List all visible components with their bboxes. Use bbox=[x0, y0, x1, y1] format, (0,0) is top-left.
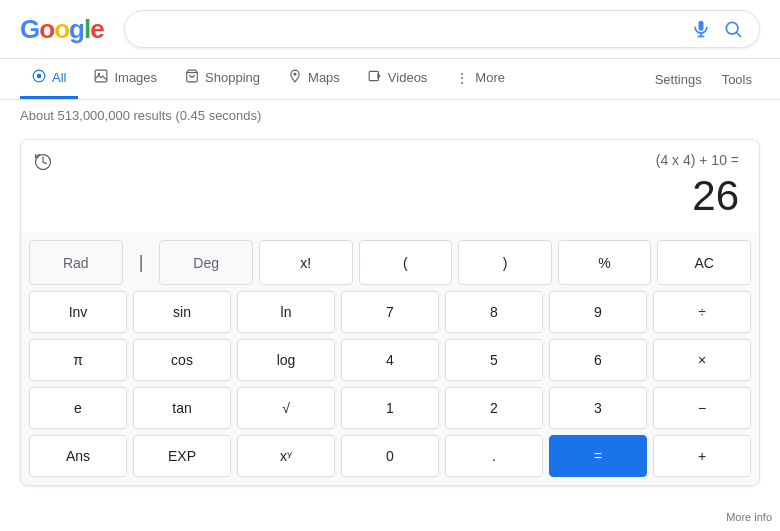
header: Google 4x4+10 bbox=[0, 0, 780, 59]
tab-shopping-label: Shopping bbox=[205, 70, 260, 85]
tab-shopping[interactable]: Shopping bbox=[173, 59, 272, 99]
more-icon: ⋮ bbox=[455, 70, 469, 86]
search-icons bbox=[691, 19, 743, 39]
calc-row-2: πcoslog456× bbox=[29, 339, 751, 381]
calc-btn-_[interactable]: + bbox=[653, 435, 751, 477]
google-logo: Google bbox=[20, 14, 104, 45]
shopping-icon bbox=[185, 69, 199, 86]
images-icon bbox=[94, 69, 108, 86]
calculator-card: (4 x 4) + 10 = 26 Rad|Degx!()%ACInvsinln… bbox=[20, 139, 760, 486]
calc-row-0: Rad|Degx!()%AC bbox=[29, 240, 751, 285]
calc-btn-AC[interactable]: AC bbox=[657, 240, 751, 285]
calc-btn-_[interactable]: √ bbox=[237, 387, 335, 429]
settings-tools: Settings Tools bbox=[647, 62, 760, 97]
calc-display: (4 x 4) + 10 = 26 bbox=[21, 140, 759, 232]
svg-point-6 bbox=[37, 74, 42, 79]
calc-btn-ln[interactable]: ln bbox=[237, 291, 335, 333]
calc-btn-9[interactable]: 9 bbox=[549, 291, 647, 333]
calc-btn-5[interactable]: 5 bbox=[445, 339, 543, 381]
svg-point-8 bbox=[98, 73, 100, 75]
maps-icon bbox=[288, 69, 302, 86]
tab-videos[interactable]: Videos bbox=[356, 59, 440, 99]
logo-letter-g2: g bbox=[69, 14, 84, 45]
calc-btn-0[interactable]: 0 bbox=[341, 435, 439, 477]
calc-btn-Deg[interactable]: Deg bbox=[159, 240, 253, 285]
calc-btn-e[interactable]: e bbox=[29, 387, 127, 429]
tab-more-label: More bbox=[475, 70, 505, 85]
svg-marker-12 bbox=[377, 73, 381, 79]
search-bar: 4x4+10 bbox=[124, 10, 760, 48]
calc-btn-_[interactable]: . bbox=[445, 435, 543, 477]
calc-btn-Ans[interactable]: Ans bbox=[29, 435, 127, 477]
tab-images-label: Images bbox=[114, 70, 157, 85]
calc-btn-4[interactable]: 4 bbox=[341, 339, 439, 381]
calc-btn-x_[interactable]: x! bbox=[259, 240, 353, 285]
search-submit-icon[interactable] bbox=[723, 19, 743, 39]
search-input[interactable]: 4x4+10 bbox=[141, 20, 681, 38]
calc-btn-3[interactable]: 3 bbox=[549, 387, 647, 429]
calc-btn-x_[interactable]: xʸ bbox=[237, 435, 335, 477]
calc-btn-Rad[interactable]: Rad bbox=[29, 240, 123, 285]
logo-letter-e: e bbox=[90, 14, 103, 45]
microphone-icon[interactable] bbox=[691, 19, 711, 39]
settings-link[interactable]: Settings bbox=[647, 62, 710, 97]
calc-btn-_[interactable]: | bbox=[129, 240, 154, 285]
tools-link[interactable]: Tools bbox=[714, 62, 760, 97]
calc-btn-log[interactable]: log bbox=[237, 339, 335, 381]
calc-btn-6[interactable]: 6 bbox=[549, 339, 647, 381]
calc-btn-_[interactable]: ÷ bbox=[653, 291, 751, 333]
calc-btn-EXP[interactable]: EXP bbox=[133, 435, 231, 477]
svg-point-10 bbox=[294, 73, 297, 76]
calc-btn-_[interactable]: − bbox=[653, 387, 751, 429]
calc-btn-7[interactable]: 7 bbox=[341, 291, 439, 333]
svg-rect-0 bbox=[699, 21, 704, 31]
results-count: About 513,000,000 results (0.45 seconds) bbox=[20, 108, 261, 123]
tab-videos-label: Videos bbox=[388, 70, 428, 85]
calc-btn-1[interactable]: 1 bbox=[341, 387, 439, 429]
calc-btn-_[interactable]: ) bbox=[458, 240, 552, 285]
more-info: More info bbox=[726, 511, 772, 523]
results-info: About 513,000,000 results (0.45 seconds) bbox=[0, 100, 780, 131]
calc-row-3: etan√123− bbox=[29, 387, 751, 429]
calc-btn-Inv[interactable]: Inv bbox=[29, 291, 127, 333]
tab-more[interactable]: ⋮ More bbox=[443, 60, 517, 99]
videos-icon bbox=[368, 69, 382, 86]
nav-tabs: All Images Shopping Maps Videos ⋮ More S… bbox=[0, 59, 780, 100]
tab-maps[interactable]: Maps bbox=[276, 59, 352, 99]
calc-result: 26 bbox=[37, 172, 743, 220]
svg-rect-7 bbox=[96, 70, 108, 82]
calc-btn-_[interactable]: % bbox=[558, 240, 652, 285]
all-icon bbox=[32, 69, 46, 86]
calc-btn-8[interactable]: 8 bbox=[445, 291, 543, 333]
calc-row-4: AnsEXPxʸ0.=+ bbox=[29, 435, 751, 477]
tab-images[interactable]: Images bbox=[82, 59, 169, 99]
calc-btn-_[interactable]: = bbox=[549, 435, 647, 477]
calc-buttons: Rad|Degx!()%ACInvsinln789÷πcoslog456×eta… bbox=[21, 232, 759, 485]
svg-line-4 bbox=[737, 33, 741, 37]
logo-letter-o2: o bbox=[54, 14, 69, 45]
history-icon[interactable] bbox=[33, 152, 53, 177]
tab-all-label: All bbox=[52, 70, 66, 85]
calc-expression: (4 x 4) + 10 = bbox=[37, 152, 743, 168]
tab-all[interactable]: All bbox=[20, 59, 78, 99]
calc-row-1: Invsinln789÷ bbox=[29, 291, 751, 333]
calc-btn-sin[interactable]: sin bbox=[133, 291, 231, 333]
calc-btn-_[interactable]: × bbox=[653, 339, 751, 381]
calc-btn-2[interactable]: 2 bbox=[445, 387, 543, 429]
logo-letter-o1: o bbox=[39, 14, 54, 45]
calc-btn-_[interactable]: π bbox=[29, 339, 127, 381]
logo-letter-g: G bbox=[20, 14, 39, 45]
calc-btn-_[interactable]: ( bbox=[359, 240, 453, 285]
tab-maps-label: Maps bbox=[308, 70, 340, 85]
svg-rect-11 bbox=[369, 71, 378, 80]
calc-btn-cos[interactable]: cos bbox=[133, 339, 231, 381]
calc-btn-tan[interactable]: tan bbox=[133, 387, 231, 429]
